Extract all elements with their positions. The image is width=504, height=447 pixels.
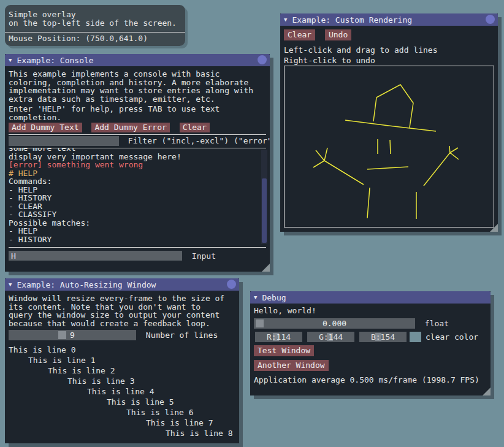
console-window-title: Example: Console [17,56,93,65]
color-edit-g-drag[interactable]: G:144 [307,332,354,342]
float-slider-value: 0.000 [254,318,415,329]
collapse-arrow-icon[interactable]: ▼ [284,17,287,23]
log-line: - CLEAR [9,202,266,211]
clear-color-swatch[interactable] [410,332,421,342]
resize-grip[interactable] [483,388,491,395]
auto-resize-description: Window will resize every-frame to the si… [9,294,224,327]
collapse-arrow-icon[interactable]: ▼ [254,294,257,300]
close-icon[interactable] [227,280,236,289]
custom-rendering-window-title: Example: Custom Rendering [292,15,412,25]
separator [9,247,266,248]
list-item: This is line 7 [9,418,233,428]
canvas-undo-button[interactable]: Undo [325,29,351,40]
number-of-lines-label: Number of lines [146,330,218,340]
mouse-position-label: Mouse Position: (750.0,641.0) [9,34,148,43]
list-item: This is line 4 [9,386,233,397]
color-edit-b-value: B:154 [371,332,395,342]
overlay-text-2: on the top-left side of the screen. [9,19,177,28]
debug-window-title: Debug [262,293,286,302]
test-window-button[interactable]: Test Window [254,345,314,356]
filter-input[interactable] [9,136,119,146]
color-edit-g-value: G:144 [319,332,343,342]
overlay-text: Simple overlay [9,10,76,19]
color-edit-r-drag[interactable]: R:114 [255,332,302,342]
log-line: - HELP [9,186,266,194]
log-line: Possible matches: [9,219,266,227]
log-line: display very important message here! [9,153,266,161]
auto-resizing-titlebar[interactable]: ▼ Example: Auto-Resizing Window [5,278,239,291]
scrollbar[interactable] [261,150,267,244]
simple-overlay: Simple overlay on the top-left side of t… [5,5,185,46]
console-description: This example implements a console with b… [9,70,253,103]
input-label: Input [192,251,216,261]
close-icon[interactable] [258,55,267,64]
log-line: - HISTORY [9,194,266,202]
float-slider[interactable]: 0.000 [254,318,415,329]
drawing-svg [284,66,494,227]
log-line: [error] something went wrong [9,161,266,169]
filter-label: Filter ("incl,-excl") ("error" [128,136,270,145]
list-item: This is line 5 [9,397,233,407]
log-line: Commands: [9,177,266,186]
list-item: This is line 0 [9,345,233,355]
close-icon[interactable] [486,15,495,24]
add-dummy-error-button[interactable]: Add Dummy Error [91,123,169,132]
list-item: This is line 6 [9,407,233,418]
hello-world-text: Hello, world! [254,306,316,315]
clear-color-label: clear color [426,332,478,342]
custom-rendering-window: ▼ Example: Custom Rendering Clear Undo L… [280,13,498,232]
add-dummy-text-button[interactable]: Add Dummy Text [9,123,82,132]
drawing-canvas[interactable] [284,66,494,227]
list-item: This is line 2 [9,365,233,376]
another-window-button[interactable]: Another Window [254,360,329,371]
color-edit-b-drag[interactable]: B:154 [359,332,407,342]
scrollbar-thumb[interactable] [262,178,267,243]
resize-grip[interactable] [490,224,498,232]
auto-resizing-window: ▼ Example: Auto-Resizing Window Window w… [5,278,239,443]
debug-titlebar[interactable]: ▼ Debug [250,291,491,304]
log-line: - CLASSIFY [9,210,266,219]
fps-stats-text: Application average 0.500 ms/frame (1998… [254,375,479,384]
color-edit-r-value: R:114 [267,332,291,342]
collapse-arrow-icon[interactable]: ▼ [9,281,12,288]
canvas-clear-button[interactable]: Clear [284,29,315,40]
list-item: This is line 1 [9,355,233,365]
collapse-arrow-icon[interactable]: ▼ [9,57,12,63]
list-item: This is line 3 [9,376,233,386]
log-line: - HISTORY [9,235,266,244]
slider-value: 9 [9,330,136,340]
canvas-hint-1: Left-click and drag to add lines [284,45,437,55]
canvas-hint-2: Right-click to undo [284,56,375,65]
console-command-input[interactable] [9,251,182,261]
autoresize-lines: This is line 0This is line 1This is line… [9,345,233,438]
list-item: This is line 8 [9,428,233,438]
console-log[interactable]: some more textdisplay very important mes… [9,148,266,245]
console-help-text: Enter 'HELP' for help, press TAB to use … [9,105,220,121]
console-window: ▼ Example: Console This example implemen… [5,54,270,272]
number-of-lines-slider[interactable]: 9 [9,330,136,340]
console-titlebar[interactable]: ▼ Example: Console [5,54,270,66]
resize-grip[interactable] [262,264,270,272]
debug-window: ▼ Debug Hello, world! 0.000 float R:114 … [250,291,491,395]
auto-resizing-window-title: Example: Auto-Resizing Window [17,280,156,289]
overlay-separator [5,32,185,32]
clear-button[interactable]: Clear [180,123,210,132]
float-label: float [425,319,449,328]
custom-rendering-titlebar[interactable]: ▼ Example: Custom Rendering [280,13,498,26]
log-line: # HELP [9,169,266,178]
log-line: - HELP [9,227,266,235]
separator [9,134,266,135]
